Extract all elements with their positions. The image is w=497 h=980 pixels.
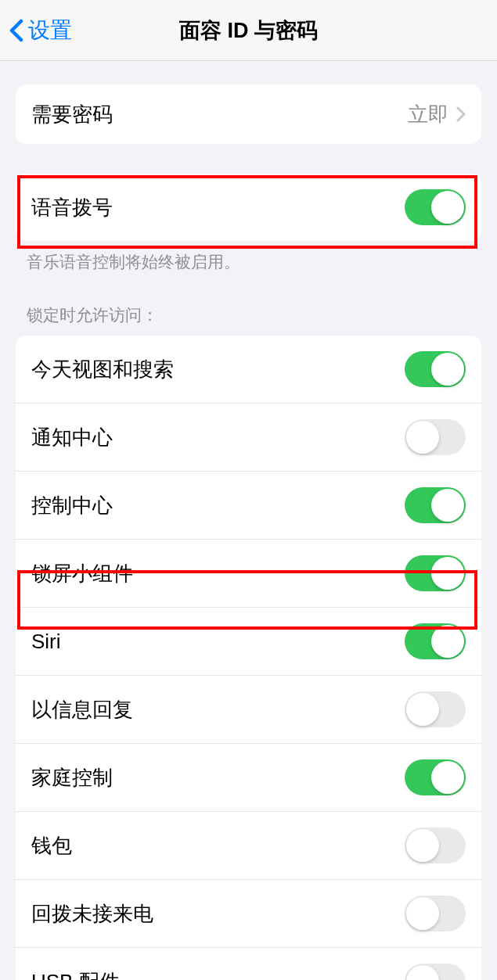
locked-access-item-label: 通知中心 (31, 424, 113, 451)
locked-access-item-label: 锁屏小组件 (31, 560, 133, 587)
chevron-left-icon (9, 19, 23, 42)
nav-header: 设置 面容 ID 与密码 (0, 0, 497, 61)
locked-access-toggle[interactable] (405, 691, 466, 727)
locked-access-item-label: 今天视图和搜索 (31, 356, 174, 383)
locked-access-row: USB 配件 (16, 948, 481, 980)
locked-access-item-label: Siri (31, 630, 61, 654)
locked-access-toggle[interactable] (405, 827, 466, 863)
page-title: 面容 ID 与密码 (179, 16, 318, 45)
toggle-knob (431, 625, 464, 658)
back-label: 设置 (28, 16, 72, 45)
locked-access-toggle[interactable] (405, 555, 466, 591)
locked-access-item-label: 以信息回复 (31, 696, 133, 723)
voice-dial-group: 语音拨号 (16, 174, 481, 241)
locked-access-item-label: USB 配件 (31, 968, 120, 980)
locked-access-row: 回拨未接来电 (16, 880, 481, 948)
locked-access-row: 以信息回复 (16, 676, 481, 744)
voice-dial-label: 语音拨号 (31, 194, 113, 221)
locked-access-row: 今天视图和搜索 (16, 336, 481, 404)
require-passcode-group: 需要密码 立即 (16, 84, 481, 144)
locked-access-toggle[interactable] (405, 351, 466, 387)
locked-access-toggle[interactable] (405, 419, 466, 455)
locked-access-item-label: 家庭控制 (31, 764, 113, 792)
locked-access-toggle[interactable] (405, 964, 466, 980)
locked-access-item-label: 控制中心 (31, 492, 113, 519)
locked-access-toggle[interactable] (405, 487, 466, 523)
toggle-knob (431, 557, 464, 590)
locked-access-item-label: 回拨未接来电 (31, 900, 153, 928)
locked-access-group: 今天视图和搜索通知中心控制中心锁屏小组件Siri以信息回复家庭控制钱包回拨未接来… (16, 336, 481, 980)
toggle-knob (431, 353, 464, 386)
voice-dial-row: 语音拨号 (16, 174, 481, 241)
voice-dial-footer: 音乐语音控制将始终被启用。 (0, 241, 497, 273)
toggle-knob (406, 965, 439, 980)
toggle-knob (431, 489, 464, 522)
locked-access-header: 锁定时允许访问： (0, 273, 497, 332)
toggle-knob (406, 693, 439, 726)
back-button[interactable]: 设置 (9, 16, 72, 45)
toggle-knob (431, 191, 464, 224)
voice-dial-toggle[interactable] (405, 189, 466, 225)
require-passcode-label: 需要密码 (31, 101, 113, 128)
locked-access-row: 钱包 (16, 812, 481, 880)
toggle-knob (406, 421, 439, 454)
require-passcode-row[interactable]: 需要密码 立即 (16, 84, 481, 144)
locked-access-row: 家庭控制 (16, 744, 481, 812)
require-passcode-value-wrap: 立即 (408, 101, 466, 128)
locked-access-toggle[interactable] (405, 623, 466, 659)
require-passcode-value: 立即 (408, 101, 448, 128)
toggle-knob (431, 761, 464, 794)
locked-access-row: 通知中心 (16, 404, 481, 472)
locked-access-item-label: 钱包 (31, 832, 72, 860)
toggle-knob (406, 829, 439, 862)
toggle-knob (406, 897, 439, 930)
chevron-right-icon (456, 106, 466, 122)
locked-access-row: 锁屏小组件 (16, 540, 481, 608)
locked-access-row: 控制中心 (16, 472, 481, 540)
locked-access-toggle[interactable] (405, 759, 466, 795)
locked-access-row: Siri (16, 608, 481, 676)
locked-access-toggle[interactable] (405, 896, 466, 932)
